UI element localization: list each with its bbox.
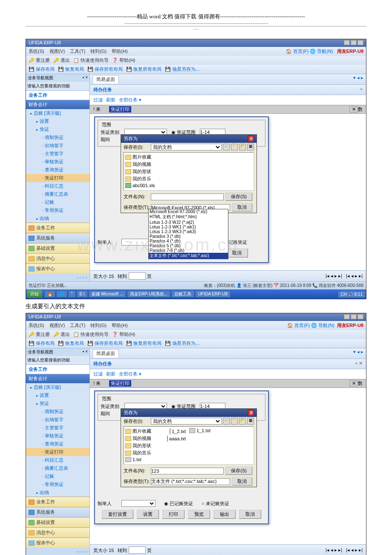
folder-up-icon[interactable]: ← <box>223 418 230 425</box>
tree-node[interactable]: 填制凭证 <box>26 133 89 142</box>
tree-node[interactable]: 审核凭证 <box>26 158 89 166</box>
toolbar-1b[interactable]: 🔑 重注册🔑 退出📋 快速使用向导❓ 帮助(H) <box>26 330 366 339</box>
taskbar-item[interactable]: 用友ERP-U8[系统... <box>127 290 170 298</box>
nav-link[interactable]: 导航(N) <box>318 323 334 328</box>
tree-node[interactable]: 科目汇总 <box>26 456 89 464</box>
toolbar-btn[interactable]: 💾 恢复布局 <box>58 66 84 72</box>
tree-node[interactable]: 出纳 <box>26 214 89 223</box>
toolbar-btn[interactable]: 🔑 重注册 <box>29 58 50 63</box>
tree-node[interactable]: 常用凭证 <box>26 480 89 489</box>
toolbar-btn[interactable]: 💾 恢复布局 <box>58 341 84 346</box>
tree-node[interactable]: 总账 [演示版] <box>26 109 89 117</box>
tree-node[interactable]: 出纳签字 <box>26 416 89 424</box>
window-control-buttons[interactable] <box>343 314 363 320</box>
tree-node[interactable]: 设置 <box>26 117 89 125</box>
sidebar-cat[interactable]: 消息中心 <box>26 253 89 263</box>
save-in-select[interactable]: 我的文档 <box>151 418 222 425</box>
filter-link[interactable]: 刷新 <box>106 97 115 102</box>
sidebar-cat[interactable]: 报表中心 <box>26 538 89 548</box>
close-icon[interactable]: ✕ <box>248 410 254 416</box>
toolbar-btn[interactable]: 💾 保存布局 <box>29 341 55 346</box>
filter-link[interactable]: 过滤 <box>93 371 103 376</box>
save-button[interactable]: 保存(S) <box>225 193 252 201</box>
filter-bar-2[interactable]: 过滤刷新全部任务 ▾ <box>90 369 366 379</box>
toolbar-2[interactable]: 💾 保存布局💾 恢复布局💾 保存所有布局💾 恢复所有布局💾 场景另存为... <box>26 65 366 74</box>
close-icon[interactable]: ✕ <box>248 136 254 142</box>
sidebar-group-finance[interactable]: 财务会计 <box>26 100 89 109</box>
toolbar-btn[interactable]: 💾 场景另存为... <box>165 341 199 346</box>
cancel-button[interactable]: 取消 <box>232 203 252 211</box>
folder-up-icon[interactable]: ← <box>223 144 230 150</box>
filetype-option[interactable]: Paradox 7-8 (*.db) <box>149 248 228 253</box>
goto-input[interactable] <box>129 272 146 280</box>
file-listbox[interactable]: 图片收藏我的视频我的形状我的音乐abc001.xls <box>124 152 254 191</box>
save-button[interactable]: 保存(S) <box>225 467 252 475</box>
filename-input[interactable] <box>151 194 224 200</box>
cancel-button[interactable]: 取消 <box>226 249 248 257</box>
system-tray[interactable]: CH 🔊 8:11 <box>338 291 365 298</box>
file-item[interactable]: 1_1.txt <box>189 428 250 434</box>
save-in-select[interactable]: 我的文档 <box>151 144 222 150</box>
taskbar-item[interactable]: UFIDA ERP-U8 <box>195 290 231 298</box>
tree-node[interactable]: 设置 <box>26 391 89 399</box>
tree-node[interactable]: 凭证打印 <box>26 174 89 182</box>
toolbar-btn[interactable]: 💾 保存所有布局 <box>87 341 123 346</box>
dialog-button[interactable]: 套打设置 <box>102 510 133 519</box>
taskbar-item[interactable]: 新建 Microsoft ... <box>89 290 126 298</box>
tree-node[interactable]: 常用凭证 <box>26 206 89 214</box>
sidebar-cat[interactable]: 基础设置 <box>26 517 89 527</box>
menu-items-2[interactable]: 系统(S)视图(V)工具(T)转到(G)帮助(H) <box>29 322 133 329</box>
filetype-select[interactable] <box>151 478 230 485</box>
range-radio[interactable]: 凭证范围 <box>177 404 196 409</box>
dialog-button[interactable]: 预览 <box>188 510 210 519</box>
menubar-right[interactable]: 🏠 首页(F) 🌐 导航(N) 用友ERP-U8 <box>286 48 363 55</box>
sidebar-cat[interactable]: 系统服务 <box>26 233 89 243</box>
view-icon[interactable]: ▦ <box>247 418 254 425</box>
filetype-option[interactable]: Lotus 1-2-3 WK3 (*.wk3) <box>149 229 228 234</box>
tree-node[interactable]: 出纳签字 <box>26 142 89 150</box>
menu-item[interactable]: 帮助(H) <box>112 323 127 328</box>
filename-input[interactable] <box>151 468 224 474</box>
folder-icon[interactable]: 📁 <box>231 144 238 150</box>
menu-item[interactable]: 帮助(H) <box>112 49 127 54</box>
filetype-option[interactable]: Microsoft Excel 97-2000 (*.xlz) <box>149 209 228 214</box>
folder-icon[interactable]: 📁 <box>231 418 238 425</box>
tab-main[interactable]: 简易桌面 <box>92 349 119 358</box>
file-item[interactable]: 我的视频aaaa.txt <box>125 435 186 442</box>
window-control-buttons[interactable] <box>343 40 363 46</box>
menu-item[interactable]: 工具(T) <box>70 49 85 54</box>
start-button[interactable]: 开始 <box>27 290 42 298</box>
sidebar-cat[interactable]: 消息中心 <box>26 527 89 538</box>
tree-node[interactable]: 凭证打印 <box>26 448 89 456</box>
toolbar-btn[interactable]: 🔑 退出 <box>53 332 70 337</box>
filter-link[interactable]: 全部任务 ▾ <box>119 97 141 102</box>
range-radio[interactable]: 凭证范围 <box>177 130 196 135</box>
toolbar-btn[interactable]: 💾 恢复所有布局 <box>126 341 161 346</box>
file-item[interactable]: 图片收藏 <box>125 153 253 161</box>
close-icon[interactable]: ✕ <box>349 380 358 387</box>
filter-link[interactable]: 刷新 <box>106 371 115 376</box>
task-collapse-icon[interactable]: ≈ <box>360 87 363 93</box>
file-item[interactable]: abc001.xls <box>125 182 253 188</box>
new-folder-icon[interactable]: 📂 <box>239 144 246 150</box>
tree-node[interactable]: 凭证 <box>26 125 89 133</box>
tree-node[interactable]: 查询凭证 <box>26 166 89 174</box>
menu-item[interactable]: 系统(S) <box>29 49 44 54</box>
toolbar-btn[interactable]: 💾 保存布局 <box>29 66 55 72</box>
sidebar-work-header[interactable]: 业务工作 <box>26 90 89 100</box>
file-item[interactable]: 我的音乐 <box>125 175 253 182</box>
filetype-option[interactable]: Paradox 4 (*.db) <box>149 239 228 243</box>
toolbar-btn[interactable]: 💾 场景另存为... <box>165 66 199 72</box>
dialog-button[interactable]: 取消 <box>239 510 261 519</box>
tree-node[interactable]: 查询凭证 <box>26 440 89 448</box>
filetype-dropdown-list[interactable]: Microsoft Excel 97-2000 (*.xlz)HTML 文档 (… <box>148 209 228 259</box>
taskbar-item[interactable]: 总账工具 <box>171 290 194 298</box>
tree-node[interactable]: 记账 <box>26 198 89 206</box>
menu-item[interactable]: 系统(S) <box>29 323 44 328</box>
filetype-option[interactable]: 文本文件 (*.txt;*.csv;*.tab;*.asc) <box>149 253 228 259</box>
sidebar-cat[interactable]: 基础设置 <box>26 243 89 253</box>
menu-item[interactable]: 转到(G) <box>90 49 107 54</box>
sidebar-cat[interactable]: 业务工作 <box>26 223 89 233</box>
home-link[interactable]: 首页(F) <box>294 323 310 328</box>
toolbar-btn[interactable]: 💾 恢复所有布局 <box>126 66 161 72</box>
